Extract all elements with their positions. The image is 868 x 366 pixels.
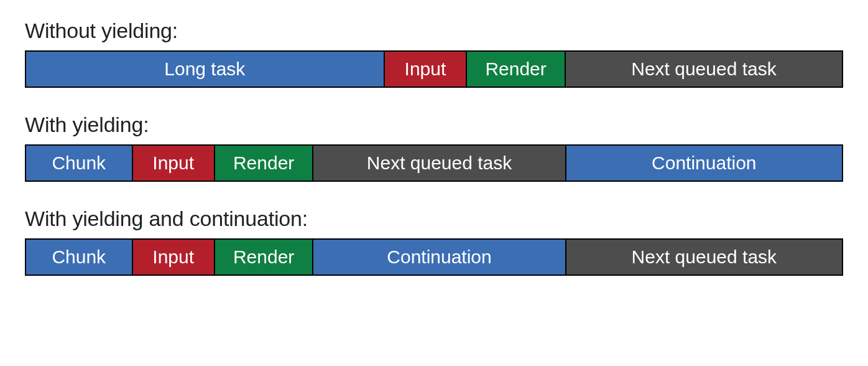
bar-row-with-yielding: Chunk Input Render Next queued task Cont… xyxy=(25,144,843,182)
segment-chunk: Chunk xyxy=(25,238,133,276)
segment-chunk: Chunk xyxy=(25,144,133,182)
segment-next-queued-task: Next queued task xyxy=(566,50,843,88)
bar-row-without-yielding: Long task Input Render Next queued task xyxy=(25,50,843,88)
segment-input: Input xyxy=(133,238,215,276)
segment-render: Render xyxy=(467,50,566,88)
segment-long-task: Long task xyxy=(25,50,385,88)
segment-next-queued-task: Next queued task xyxy=(313,144,566,182)
segment-input: Input xyxy=(133,144,215,182)
section-title: Without yielding: xyxy=(25,19,843,43)
segment-input: Input xyxy=(385,50,468,88)
segment-render: Render xyxy=(215,144,313,182)
section-title: With yielding and continuation: xyxy=(25,207,843,231)
bar-row-with-yielding-and-continuation: Chunk Input Render Continuation Next que… xyxy=(25,238,843,276)
segment-next-queued-task: Next queued task xyxy=(566,238,843,276)
segment-render: Render xyxy=(215,238,313,276)
section-with-yielding: With yielding: Chunk Input Render Next q… xyxy=(25,113,843,182)
section-title: With yielding: xyxy=(25,113,843,137)
section-with-yielding-and-continuation: With yielding and continuation: Chunk In… xyxy=(25,207,843,276)
segment-continuation: Continuation xyxy=(566,144,843,182)
section-without-yielding: Without yielding: Long task Input Render… xyxy=(25,19,843,88)
segment-continuation: Continuation xyxy=(313,238,566,276)
